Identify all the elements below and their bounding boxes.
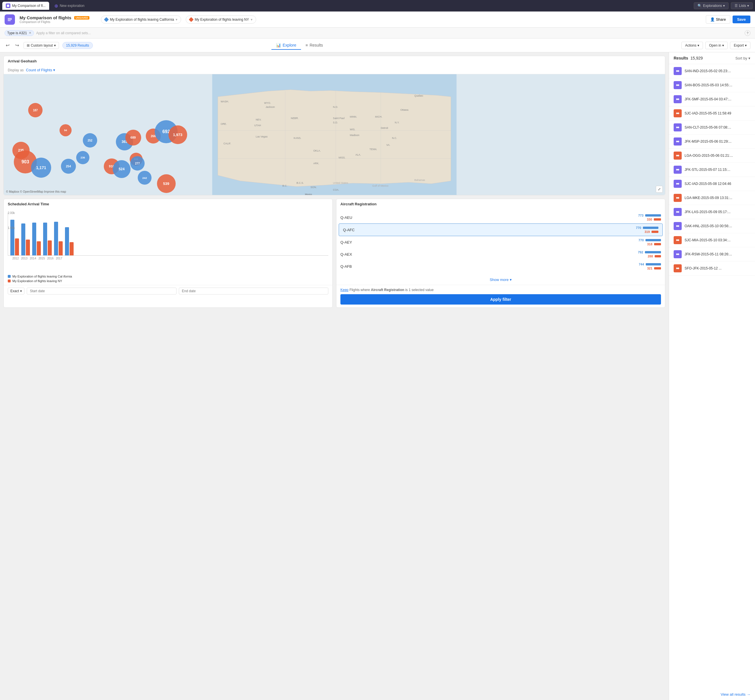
tab-main[interactable]: My Comparison of fl...: [2, 2, 49, 10]
svg-text:MINN.: MINN.: [350, 115, 357, 118]
result-item[interactable]: SFO-JFK-2015-05-12 ...: [669, 261, 755, 275]
result-item[interactable]: LGA-MKE-2015-05-09 13:31:...: [669, 191, 755, 205]
bar-blue: [32, 223, 36, 255]
view-all-label: View all results: [721, 692, 746, 697]
results-button[interactable]: 15,929 Results: [62, 42, 93, 49]
reg-bar-row-orange: 321: [644, 267, 661, 270]
open-in-button[interactable]: Open in ▾: [705, 42, 728, 49]
exp-tab-ny[interactable]: My Exploration of flights leaving NY ▾: [186, 16, 256, 23]
view-all-link[interactable]: View all results →: [674, 692, 750, 697]
svg-text:SON.: SON.: [310, 186, 317, 189]
map-expand-button[interactable]: ⤢: [656, 186, 663, 193]
bar-group[interactable]: [21, 223, 30, 255]
bar-group[interactable]: [54, 222, 63, 255]
result-item[interactable]: JFK-SMF-2015-05-04 03:47:...: [669, 92, 755, 106]
reg-card-title: Aircraft Registration: [336, 199, 665, 209]
redo-button[interactable]: ↪: [14, 41, 20, 49]
reg-bars: 770 318: [635, 238, 661, 246]
filter-help-button[interactable]: ?: [745, 30, 750, 36]
start-date-input[interactable]: [27, 288, 176, 294]
svg-text:Jackson: Jackson: [266, 106, 275, 108]
actions-button[interactable]: Actions ▾: [682, 42, 703, 49]
right-panel-header: Results 15,929 Sort by ▾: [669, 52, 755, 64]
map-bubble[interactable]: 277: [130, 156, 145, 170]
svg-text:ALA.: ALA.: [356, 153, 361, 156]
display-as-select[interactable]: Count of Flights ▾: [26, 68, 55, 72]
map-bubble[interactable]: 236: [76, 151, 89, 164]
map-bubble[interactable]: 539: [157, 174, 176, 193]
map-bubble[interactable]: 1,973: [168, 125, 187, 144]
header-right: 👤 Share Save: [706, 15, 750, 23]
result-item[interactable]: JFK-LAS-2015-05-09 05:17:...: [669, 205, 755, 219]
actions-label: Actions: [685, 44, 696, 47]
bar-group[interactable]: [65, 227, 73, 255]
filter-tag-close[interactable]: ✕: [29, 31, 31, 35]
map-bubble[interactable]: 1,171: [31, 158, 51, 178]
result-icon: [674, 109, 682, 117]
bar-group[interactable]: [10, 220, 19, 255]
undo-button[interactable]: ↩: [5, 41, 11, 49]
result-item[interactable]: JFK-STL-2015-05-07 11:15:...: [669, 163, 755, 177]
map-bubble[interactable]: 187: [28, 103, 42, 117]
result-item[interactable]: JFK-MSP-2015-05-06 01:29:...: [669, 134, 755, 149]
show-more-button[interactable]: Show more ▾: [336, 275, 665, 285]
share-button[interactable]: 👤 Share: [706, 15, 730, 23]
result-icon: [674, 152, 682, 159]
filter-placeholder[interactable]: Apply a filter on all compared sets...: [36, 31, 91, 35]
layout-button[interactable]: ⊞ Custom layout ▾: [23, 42, 59, 49]
end-date-input[interactable]: [179, 288, 329, 294]
bar-orange: [48, 241, 52, 255]
result-item[interactable]: SAN-CLT-2015-05-06 07:08:...: [669, 120, 755, 134]
result-item[interactable]: LGA-OGG-2015-05-06 01:21:...: [669, 149, 755, 163]
share-label: Share: [716, 17, 726, 22]
svg-text:NEV.: NEV.: [256, 118, 262, 121]
svg-text:WIS.: WIS.: [350, 128, 356, 131]
open-in-label: Open in: [709, 44, 721, 47]
lists-btn[interactable]: ☰ Lists ▾: [731, 2, 753, 9]
registration-item[interactable]: Q-AFC 770 319: [339, 223, 663, 236]
map-bubble[interactable]: 689: [125, 130, 141, 145]
registration-item[interactable]: Q-AEX 792 288: [336, 248, 665, 260]
keep-link[interactable]: Keep: [340, 288, 348, 292]
main-content: Arrival Geohash Display as Count of Flig…: [0, 52, 755, 700]
view-all: View all results →: [669, 689, 755, 700]
sort-by[interactable]: Sort by ▾: [735, 56, 750, 60]
bar-group[interactable]: [43, 223, 52, 255]
tab-explore[interactable]: 📊 Explore: [271, 41, 301, 50]
registration-item[interactable]: Q-AFB 744 321: [336, 260, 665, 272]
result-item[interactable]: SAN-IND-2015-05-02 05:23:...: [669, 64, 755, 78]
map-bubble[interactable]: 242: [138, 171, 151, 184]
result-item[interactable]: OAK-HNL-2015-05-10 00:56:...: [669, 219, 755, 233]
tab-results[interactable]: ≡ Results: [301, 41, 328, 50]
map-bubble[interactable]: 254: [61, 159, 76, 174]
result-item[interactable]: SJC-IAD-2015-05-05 11:58:49: [669, 106, 755, 120]
result-item[interactable]: SJC-MIA-2015-05-10 03:34:...: [669, 233, 755, 247]
svg-text:OKLA.: OKLA.: [314, 149, 321, 152]
result-item[interactable]: SAN-BOS-2015-05-03 14:55:...: [669, 78, 755, 92]
registration-item[interactable]: Q-AEY 770 318: [336, 236, 665, 248]
result-item[interactable]: SJC-IAD-2015-05-08 12:04:46: [669, 177, 755, 191]
exp-tab-california[interactable]: My Exploration of flights leaving Califo…: [101, 16, 181, 23]
result-icon: [674, 123, 682, 131]
lists-label: Lists: [739, 4, 746, 8]
reg-bars: 744 321: [635, 262, 661, 270]
export-button[interactable]: Export ▾: [730, 42, 750, 49]
map-bubble[interactable]: 94: [59, 124, 72, 136]
map-container[interactable]: WASH. ORE. CALIF. NEV. Las Vegas UTAH Ja…: [4, 74, 665, 195]
list-icon: ≡: [306, 43, 308, 47]
exact-select[interactable]: Exact ▾: [8, 288, 25, 294]
apply-filter-button[interactable]: Apply filter: [340, 294, 661, 305]
bar-group[interactable]: [32, 223, 41, 255]
sort-by-label: Sort by: [735, 56, 747, 60]
registration-item[interactable]: Q-AEU 773 330: [336, 211, 665, 223]
bar-orange: [15, 238, 19, 255]
tab-new[interactable]: ⊕ New exploration: [50, 2, 89, 10]
save-button[interactable]: Save: [733, 16, 750, 23]
filter-tag[interactable]: Type is A321 ✕: [5, 30, 34, 36]
map-bubble[interactable]: 524: [113, 160, 131, 178]
result-item[interactable]: JFK-RSW-2015-05-11 08:26:...: [669, 247, 755, 261]
legend-ny: My Exploration of flights leaving NY: [8, 279, 328, 283]
result-text: LGA-MKE-2015-05-09 13:31:...: [685, 196, 750, 200]
explorations-btn[interactable]: 🔍 Explorations ▾: [694, 2, 728, 9]
map-bubble[interactable]: 252: [83, 133, 97, 147]
